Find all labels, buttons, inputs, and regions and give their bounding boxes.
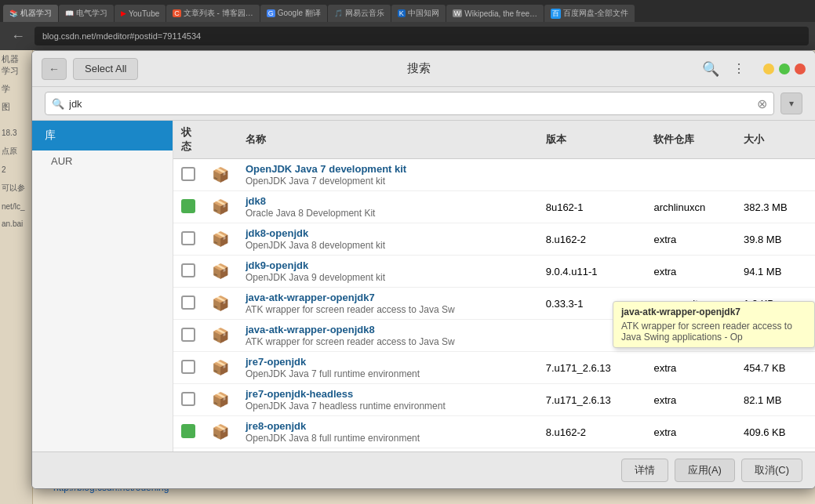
col-icon — [203, 121, 238, 159]
package-version: 8.u162-2 — [538, 416, 646, 448]
package-type-icon: 📦 — [211, 165, 230, 184]
status-unchecked-icon — [181, 231, 195, 245]
package-type-icon: 📦 — [211, 390, 230, 409]
package-description: Oracle Java 8 Development Kit — [246, 208, 375, 219]
package-name-cell: java-atk-wrapper-openjdk8ATK wrapper for… — [238, 320, 538, 352]
search-dropdown-button[interactable]: ▾ — [780, 92, 802, 114]
package-name: jdk8-openjdk — [246, 227, 530, 239]
sidebar-item-library[interactable]: 库 — [32, 121, 173, 150]
select-all-button[interactable]: Select All — [73, 58, 138, 80]
package-repo: extra — [646, 352, 736, 384]
browser-url[interactable]: blog.csdn.net/mdeditor#postid=79114534 — [35, 27, 809, 45]
package-checkbox[interactable] — [173, 191, 203, 223]
bg-sidebar-item3: 图 — [2, 101, 31, 113]
package-tooltip: java-atk-wrapper-openjdk7 ATK wrapper fo… — [613, 301, 815, 348]
col-repo: 软件仓库 — [646, 121, 736, 159]
package-icon: 📦 — [203, 191, 238, 223]
close-button[interactable] — [795, 63, 806, 74]
package-version: 9.0.4.u11-1 — [538, 256, 646, 288]
table-row[interactable]: 📦jdk8-openjdkOpenJDK Java 8 development … — [173, 223, 815, 256]
package-name-cell: jdk8-openjdkOpenJDK Java 8 development k… — [238, 223, 538, 256]
search-icon-button[interactable]: 🔍 — [699, 57, 722, 81]
package-name-cell: OpenJDK Java 7 development kitOpenJDK Ja… — [238, 159, 538, 191]
package-icon: 📦 — [203, 256, 238, 288]
package-type-icon: 📦 — [211, 230, 230, 248]
table-row[interactable]: 📦jre7-openjdk-headlessOpenJDK Java 7 hea… — [173, 384, 815, 416]
cancel-button[interactable]: 取消(C) — [741, 459, 802, 482]
package-icon: 📦 — [203, 384, 238, 416]
table-row[interactable]: 📦jre7-openjdkOpenJDK Java 7 full runtime… — [173, 352, 815, 384]
package-icon: 📦 — [203, 352, 238, 384]
bg-sidebar-item2: 学 — [2, 83, 31, 95]
tab-4-label[interactable]: 文章列表 - 博客园… — [184, 8, 253, 19]
package-name: java-atk-wrapper-openjdk8 — [246, 324, 530, 335]
package-size — [736, 159, 815, 191]
package-description: ATK wrapper for screen reader access to … — [246, 304, 455, 315]
back-button[interactable]: ← — [42, 58, 67, 80]
table-row[interactable]: 📦OpenJDK Java 7 development kitOpenJDK J… — [173, 159, 815, 191]
package-repo: extra — [646, 223, 736, 256]
package-size: 82.1 MB — [736, 384, 815, 416]
package-type-icon: 📦 — [211, 198, 230, 216]
package-checkbox[interactable] — [173, 448, 203, 452]
package-name-cell: jre7-openjdk-headlessOpenJDK Java 7 head… — [238, 384, 538, 416]
title-bar: ← Select All 搜索 🔍 ⋮ — [32, 51, 815, 87]
apply-button[interactable]: 应用(A) — [675, 459, 735, 482]
package-name-cell: jre8-openjdkOpenJDK Java 8 full runtime … — [238, 416, 538, 448]
package-list: 状态 名称 版本 软件仓库 大小 📦OpenJDK Java 7 develop… — [173, 121, 815, 451]
app-window: ← Select All 搜索 🔍 ⋮ 🔍 ⊗ ▾ 库 AUR — [31, 50, 815, 489]
package-icon: 📦 — [203, 159, 238, 191]
menu-button[interactable]: ⋮ — [727, 57, 751, 81]
tab-1-label[interactable]: 机器学习 — [20, 8, 52, 19]
package-type-icon: 📦 — [211, 358, 230, 377]
package-checkbox[interactable] — [173, 384, 203, 416]
package-name: java-atk-wrapper-openjdk7 — [246, 292, 530, 303]
tab-5-label[interactable]: Google 翻译 — [278, 8, 321, 19]
tab-3-label[interactable]: YouTube — [129, 9, 159, 18]
tab-6-label[interactable]: 网易云音乐 — [345, 8, 384, 19]
package-version: 7.u171_2.6.13 — [538, 384, 646, 416]
package-size: 454.7 KB — [736, 352, 815, 384]
package-checkbox[interactable] — [173, 288, 203, 320]
package-repo: archlinuxcn — [646, 191, 736, 223]
status-unchecked-icon — [181, 263, 195, 277]
col-size: 大小 — [736, 121, 815, 159]
package-repo: extra — [646, 416, 736, 448]
table-row[interactable]: 📦jdk9-openjdkOpenJDK Java 9 development … — [173, 256, 815, 288]
col-name: 名称 — [238, 121, 538, 159]
search-input[interactable] — [69, 98, 754, 110]
package-size: 39.8 MB — [736, 223, 815, 256]
package-description: OpenJDK Java 7 headless runtime environm… — [246, 401, 446, 412]
minimize-button[interactable] — [763, 63, 774, 74]
col-version: 版本 — [538, 121, 646, 159]
browser-back[interactable]: ← — [6, 27, 30, 46]
package-checkbox[interactable] — [173, 416, 203, 448]
package-description: ATK wrapper for screen reader access to … — [246, 336, 455, 347]
bg-text: 18.3点原2可以参net/lc_an.bai — [2, 129, 31, 228]
package-version — [538, 159, 646, 191]
search-input-wrapper: 🔍 ⊗ — [45, 92, 774, 115]
tab-8-label[interactable]: Wikipedia, the free… — [464, 9, 537, 18]
maximize-button[interactable] — [779, 63, 790, 74]
tab-7-label[interactable]: 中国知网 — [408, 8, 439, 19]
clear-search-button[interactable]: ⊗ — [757, 96, 767, 111]
package-repo: extra — [646, 384, 736, 416]
package-checkbox[interactable] — [173, 256, 203, 288]
package-description: OpenJDK Java 7 development kit — [246, 176, 385, 187]
details-button[interactable]: 详情 — [621, 459, 668, 482]
package-checkbox[interactable] — [173, 352, 203, 384]
table-row[interactable]: 📦jre8-openjdk-headlessOpenJDK Java 8 hea… — [173, 448, 815, 452]
package-description: OpenJDK Java 9 development kit — [246, 272, 385, 283]
package-repo: extra — [646, 256, 736, 288]
package-checkbox[interactable] — [173, 320, 203, 352]
sidebar-item-aur[interactable]: AUR — [32, 150, 173, 172]
bg-sidebar-item: 机器学习 — [2, 53, 31, 77]
package-icon: 📦 — [203, 223, 238, 256]
package-checkbox[interactable] — [173, 223, 203, 256]
tab-2-label[interactable]: 电气学习 — [76, 8, 107, 19]
table-row[interactable]: 📦jdk8Oracle Java 8 Development Kit8u162-… — [173, 191, 815, 223]
table-row[interactable]: 📦jre8-openjdkOpenJDK Java 8 full runtime… — [173, 416, 815, 448]
package-checkbox[interactable] — [173, 159, 203, 191]
tab-9-label[interactable]: 百度网盘-全部文件 — [563, 8, 628, 19]
package-name: jdk8 — [246, 195, 530, 207]
